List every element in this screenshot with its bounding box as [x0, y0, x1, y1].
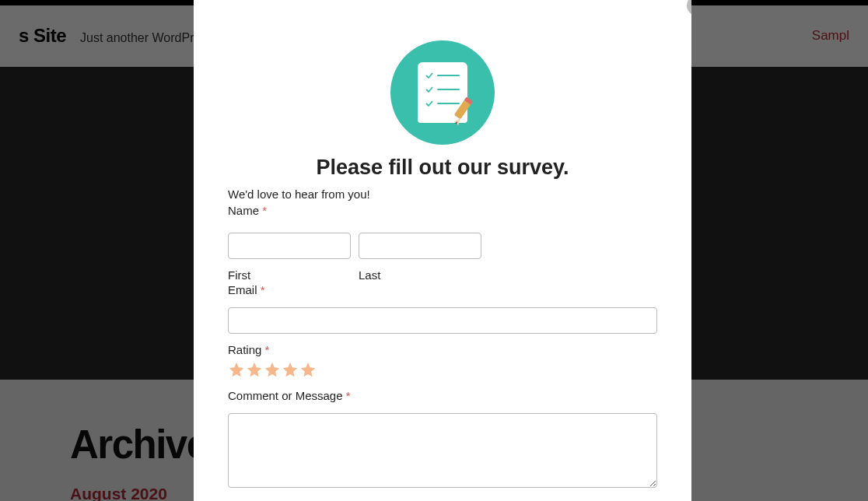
modal-intro: We'd love to hear from you!	[228, 187, 657, 201]
rating-label: Rating *	[228, 343, 657, 356]
email-input[interactable]	[228, 307, 657, 334]
comment-label-text: Comment or Message	[228, 389, 346, 402]
required-mark: *	[261, 283, 265, 296]
required-mark: *	[265, 343, 270, 356]
email-label: Email *	[228, 283, 657, 296]
star-2[interactable]	[246, 361, 263, 378]
survey-modal: Please fill out our survey. We'd love to…	[194, 0, 691, 501]
email-label-text: Email	[228, 283, 261, 296]
name-row: First Last	[228, 233, 657, 282]
required-mark: *	[262, 204, 267, 217]
star-4[interactable]	[282, 361, 299, 378]
comment-textarea[interactable]	[228, 413, 657, 488]
rating-stars	[228, 361, 657, 378]
first-name-input[interactable]	[228, 233, 351, 259]
name-label: Name *	[228, 204, 657, 217]
star-1[interactable]	[228, 361, 245, 378]
comment-label: Comment or Message *	[228, 389, 657, 402]
star-3[interactable]	[264, 361, 281, 378]
last-name-sublabel: Last	[359, 268, 481, 282]
first-name-sublabel: First	[228, 268, 351, 282]
survey-icon	[390, 40, 495, 145]
survey-icon-wrap	[228, 40, 657, 145]
rating-label-text: Rating	[228, 343, 265, 356]
modal-title: Please fill out our survey.	[228, 156, 657, 180]
pencil-icon	[446, 95, 481, 129]
star-5[interactable]	[299, 361, 317, 378]
name-label-text: Name	[228, 204, 262, 217]
close-button[interactable]	[687, 0, 691, 16]
required-mark: *	[346, 389, 351, 402]
last-name-input[interactable]	[359, 233, 481, 259]
